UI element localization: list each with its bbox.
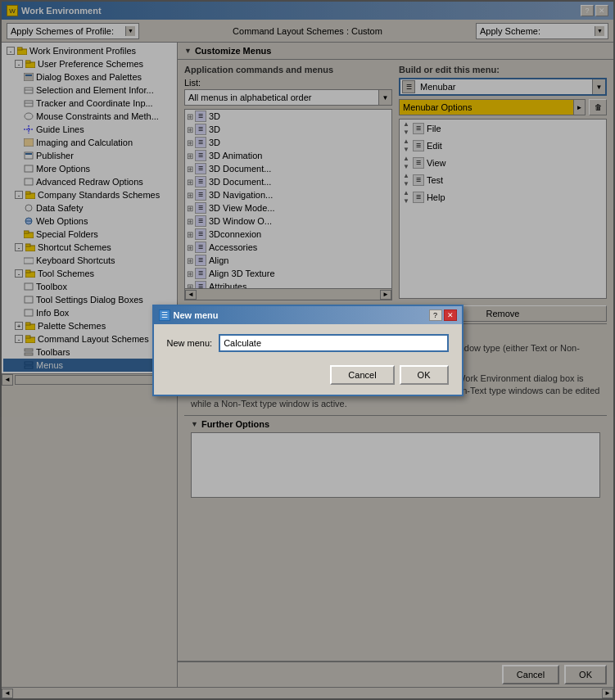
modal-title-bar: ☰ New menu ? ✕ [154,306,462,324]
modal-label: New menu: [167,338,213,348]
modal-title-left: ☰ New menu [159,309,219,321]
modal-help-btn[interactable]: ? [429,309,442,321]
modal-icon: ☰ [159,309,170,321]
modal-input[interactable] [219,334,448,352]
modal-overlay: ☰ New menu ? ✕ New menu: Cancel OK [0,0,615,700]
new-menu-modal: ☰ New menu ? ✕ New menu: Cancel OK [152,305,464,396]
modal-field-row: New menu: [167,334,449,352]
modal-ok-button[interactable]: OK [400,365,449,385]
modal-cancel-button[interactable]: Cancel [330,365,394,385]
modal-close-btn[interactable]: ✕ [444,309,457,321]
modal-body: New menu: Cancel OK [154,324,462,395]
modal-buttons: Cancel OK [167,365,449,385]
modal-title-buttons: ? ✕ [429,309,457,321]
modal-title: New menu [174,310,219,320]
